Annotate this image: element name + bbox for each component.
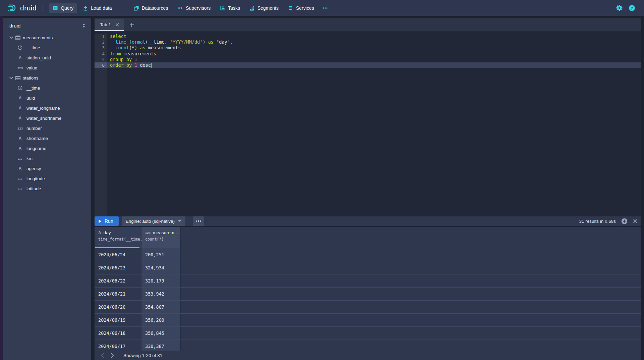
nav-item-load-data[interactable]: Load data	[79, 3, 115, 13]
code-line-3[interactable]: 3 count(*) as measurements	[95, 45, 641, 51]
cell-measurements[interactable]: 356,845	[141, 327, 181, 340]
query-more-button[interactable]	[193, 216, 204, 226]
table-row: 2024/06/24200,251	[95, 248, 641, 261]
cell-measurements[interactable]: 356,200	[141, 314, 181, 326]
cell-measurements[interactable]: 320,179	[141, 274, 181, 287]
next-page-button[interactable]	[107, 351, 117, 359]
clock-icon	[18, 86, 22, 90]
nav-item-segments[interactable]: Segments	[246, 3, 282, 13]
engine-select-button[interactable]: Engine: auto (sql-native)	[122, 216, 185, 226]
tab-query-1[interactable]: Tab 1	[95, 19, 124, 31]
tab-bar: Tab 1	[95, 18, 641, 31]
column-name: measurem...	[153, 230, 178, 235]
druid-logo[interactable]: druid	[7, 3, 37, 13]
download-results-button[interactable]	[621, 218, 628, 224]
nav-item-services[interactable]: Services	[284, 3, 318, 13]
tree-column-water_longname[interactable]: Awater_longname	[3, 103, 91, 113]
column-header-measurements[interactable]: 123 measurem... count(*)	[141, 227, 181, 248]
help-button[interactable]: ?	[629, 5, 635, 11]
code-line-2[interactable]: 2 time_format(__time, 'YYYY/MM/dd') as "…	[95, 39, 641, 45]
nav-item-datasources[interactable]: Datasources	[130, 3, 172, 13]
number-type-icon: 123	[17, 126, 23, 130]
cell-day[interactable]: 2024/06/18	[95, 327, 141, 340]
tree-table-stations[interactable]: stations	[3, 73, 91, 83]
code-line-6[interactable]: 6order by 1 desc	[95, 62, 641, 68]
run-bar: Run Engine: auto (sql-native) 31 results…	[95, 216, 641, 226]
column-header-day[interactable]: A day time_format(__time, …	[95, 227, 141, 248]
number-type-icon: 123	[17, 66, 23, 70]
cell-measurements[interactable]: 330,387	[141, 340, 181, 351]
cell-day[interactable]: 2024/06/24	[95, 248, 141, 261]
tree-column-label: latitude	[26, 186, 41, 191]
pagination-text: Showing 1-20 of 31	[123, 353, 162, 358]
string-type-icon: A	[19, 96, 22, 100]
code-line-1[interactable]: 1select	[95, 34, 641, 39]
tree-column-agency[interactable]: Aagency	[3, 163, 91, 173]
nav-item-supervisors[interactable]: Supervisors	[174, 3, 214, 13]
query-icon	[53, 5, 58, 11]
tree-column-km[interactable]: 1.0km	[3, 153, 91, 163]
nav-more-button[interactable]	[320, 5, 331, 11]
nav-item-query[interactable]: Query	[49, 3, 77, 13]
top-navbar: druid Query Load data Datasources Su	[0, 0, 644, 16]
float-type-icon: 1.0	[18, 157, 22, 160]
tree-column-__time[interactable]: __time	[3, 43, 91, 53]
chevron-left-icon	[101, 353, 104, 358]
cell-day[interactable]: 2024/06/21	[95, 288, 141, 300]
string-type-icon: A	[19, 136, 22, 141]
code-line-4[interactable]: 4from measurements	[95, 51, 641, 57]
load-data-icon	[83, 5, 88, 11]
tree-column-__time[interactable]: __time	[3, 83, 91, 93]
line-number: 4	[95, 51, 107, 57]
query-main: Tab 1 1select2 time_format(__time, 'YYYY…	[95, 18, 641, 360]
nav-divider	[124, 4, 124, 12]
tree-column-label: km	[26, 156, 33, 161]
cell-measurements[interactable]: 200,251	[141, 248, 181, 261]
string-type-icon: A	[19, 116, 22, 120]
settings-button[interactable]	[616, 5, 623, 11]
column-name: day	[104, 230, 111, 235]
nav-item-tasks[interactable]: Tasks	[216, 3, 244, 13]
cell-day[interactable]: 2024/06/20	[95, 301, 141, 313]
tree-column-uuid[interactable]: Auuid	[3, 93, 91, 103]
sort-schema-button[interactable]	[81, 22, 86, 29]
cell-day[interactable]: 2024/06/19	[95, 314, 141, 326]
tree-column-number[interactable]: 123number	[3, 123, 91, 133]
cell-measurements[interactable]: 353,942	[141, 288, 181, 300]
nav-item-label: Supervisors	[186, 5, 211, 11]
tree-column-longname[interactable]: Alongname	[3, 143, 91, 153]
table-icon	[15, 36, 20, 40]
tree-column-station_uuid[interactable]: Astation_uuid	[3, 53, 91, 63]
tree-column-value[interactable]: 123value	[3, 63, 91, 73]
cell-day[interactable]: 2024/06/22	[95, 274, 141, 287]
nav-item-label: Segments	[257, 5, 279, 11]
add-tab-button[interactable]	[128, 21, 135, 28]
string-type-icon: A	[19, 106, 22, 110]
nav-item-label: Services	[296, 5, 314, 11]
nav-divider	[43, 4, 43, 12]
results-panel: A day time_format(__time, … 123 measurem…	[95, 227, 641, 360]
run-button[interactable]: Run	[95, 216, 119, 226]
code-line-5[interactable]: 5group by 1	[95, 57, 641, 62]
tab-close-button[interactable]	[115, 22, 120, 27]
datasources-icon	[134, 5, 139, 11]
tree-column-latitude[interactable]: 1.0latitude	[3, 184, 91, 194]
tree-column-water_shortname[interactable]: Awater_shortname	[3, 113, 91, 123]
run-button-label: Run	[105, 218, 113, 224]
chevron-right-icon	[111, 353, 114, 358]
cell-measurements[interactable]: 324,934	[141, 261, 181, 274]
tree-column-longitude[interactable]: 1.0longitude	[3, 173, 91, 184]
schema-sidebar: druid measurements__timeAstation_uuid123…	[3, 18, 91, 360]
tree-table-measurements[interactable]: measurements	[3, 33, 91, 43]
chevron-down-icon	[9, 37, 13, 39]
tree-column-shortname[interactable]: Ashortname	[3, 133, 91, 143]
gear-icon	[616, 5, 623, 11]
close-results-button[interactable]	[633, 219, 637, 223]
sql-editor[interactable]: 1select2 time_format(__time, 'YYYY/MM/dd…	[95, 31, 641, 216]
table-row: 2024/06/17330,387	[95, 340, 641, 351]
cell-day[interactable]: 2024/06/23	[95, 261, 141, 274]
tree-column-label: station_uuid	[26, 55, 51, 60]
prev-page-button[interactable]	[97, 351, 107, 359]
cell-measurements[interactable]: 354,807	[141, 301, 181, 313]
cell-day[interactable]: 2024/06/17	[95, 340, 141, 351]
